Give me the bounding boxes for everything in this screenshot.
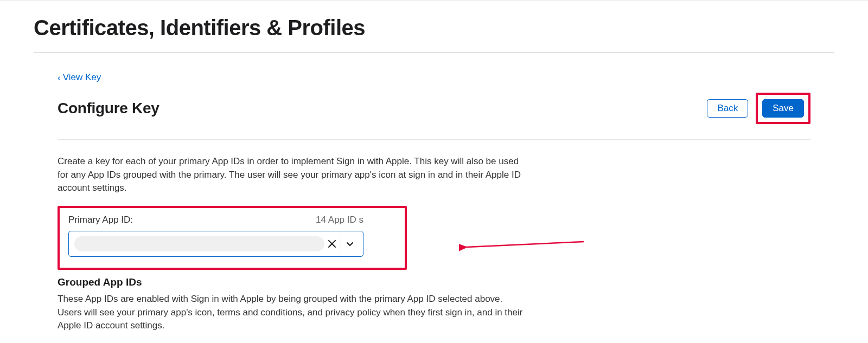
annotation-arrow-icon [459, 236, 589, 253]
view-key-link[interactable]: ‹ View Key [58, 72, 101, 83]
page-title: Certificates, Identifiers & Profiles [34, 1, 834, 52]
primary-app-id-select[interactable] [68, 231, 363, 257]
grouped-app-ids-text: These App IDs are enabled with Sign in w… [58, 293, 524, 333]
clear-icon[interactable] [324, 236, 340, 251]
view-key-label: View Key [63, 72, 101, 83]
annotation-highlight-save: Save [756, 93, 810, 124]
primary-app-id-count: 14 App ID s [316, 215, 396, 225]
back-button[interactable]: Back [707, 99, 748, 118]
save-button[interactable]: Save [762, 99, 804, 118]
chevron-left-icon: ‹ [58, 73, 61, 82]
grouped-app-ids-title: Grouped App IDs [58, 276, 810, 288]
section-title: Configure Key [58, 100, 159, 117]
primary-app-id-label: Primary App ID: [68, 215, 133, 225]
primary-app-id-value [74, 236, 324, 251]
intro-text: Create a key for each of your primary Ap… [58, 155, 524, 195]
chevron-down-icon[interactable] [342, 236, 358, 251]
svg-line-1 [467, 242, 584, 247]
divider [341, 238, 341, 250]
annotation-highlight-primary: Primary App ID: 14 App ID s [58, 206, 407, 270]
